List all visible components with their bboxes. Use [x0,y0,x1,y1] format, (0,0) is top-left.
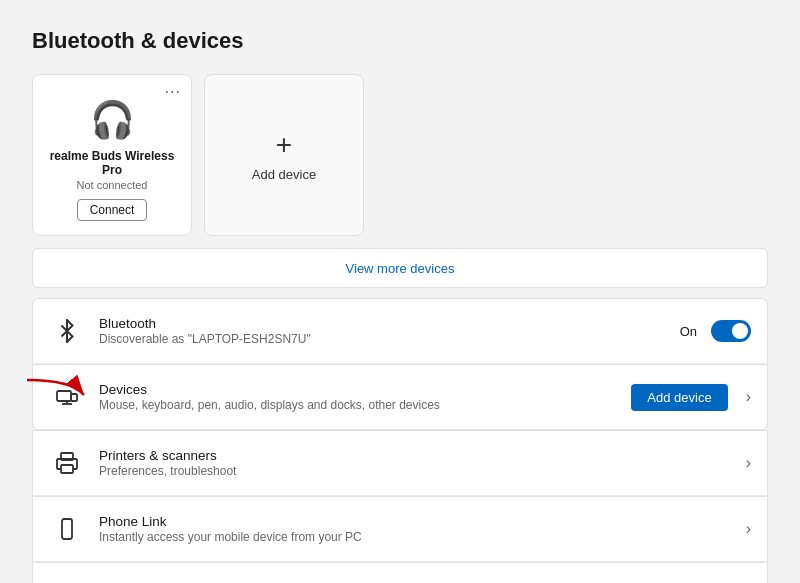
page-container: Bluetooth & devices ··· 🎧 realme Buds Wi… [0,0,800,583]
device-card: ··· 🎧 realme Buds Wireless Pro Not conne… [32,74,192,236]
printer-icon [49,445,85,481]
device-name: realme Buds Wireless Pro [49,149,175,177]
more-options-button[interactable]: ··· [165,83,181,101]
headphones-icon: 🎧 [90,99,135,141]
page-title: Bluetooth & devices [32,28,768,54]
bluetooth-toggle-label: On [680,324,697,339]
phone-icon [49,511,85,547]
devices-subtitle: Mouse, keyboard, pen, audio, displays an… [99,398,631,412]
devices-title: Devices [99,382,631,397]
printers-title: Printers & scanners [99,448,746,463]
add-device-card[interactable]: + Add device [204,74,364,236]
settings-list: Bluetooth Discoverable as "LAPTOP-ESH2SN… [32,298,768,583]
chevron-right-icon: › [746,388,751,406]
add-device-label: Add device [252,167,316,182]
settings-item-devices[interactable]: Devices Mouse, keyboard, pen, audio, dis… [32,364,768,430]
chevron-right-icon: › [746,454,751,472]
devices-grid: ··· 🎧 realme Buds Wireless Pro Not conne… [32,74,768,236]
printers-subtitle: Preferences, troubleshoot [99,464,746,478]
device-status: Not connected [77,179,148,191]
phone-link-title: Phone Link [99,514,746,529]
camera-icon [49,577,85,583]
view-more-link[interactable]: View more devices [346,261,455,276]
chevron-right-icon: › [746,520,751,538]
settings-item-cameras[interactable]: Cameras Connected cameras, default image… [32,562,768,583]
connect-button[interactable]: Connect [77,199,148,221]
bluetooth-icon [49,313,85,349]
view-more-bar[interactable]: View more devices [32,248,768,288]
settings-item-phone-link[interactable]: Phone Link Instantly access your mobile … [32,496,768,562]
settings-item-bluetooth[interactable]: Bluetooth Discoverable as "LAPTOP-ESH2SN… [32,298,768,364]
add-device-button[interactable]: Add device [631,384,727,411]
bluetooth-toggle[interactable] [711,320,751,342]
plus-icon: + [276,129,292,161]
phone-link-subtitle: Instantly access your mobile device from… [99,530,746,544]
svg-rect-2 [71,394,77,401]
devices-row-container: Devices Mouse, keyboard, pen, audio, dis… [32,364,768,430]
settings-item-printers[interactable]: Printers & scanners Preferences, trouble… [32,430,768,496]
bluetooth-title: Bluetooth [99,316,680,331]
svg-rect-6 [61,465,73,473]
svg-rect-1 [57,391,71,401]
bluetooth-subtitle: Discoverable as "LAPTOP-ESH2SN7U" [99,332,680,346]
devices-icon [49,379,85,415]
